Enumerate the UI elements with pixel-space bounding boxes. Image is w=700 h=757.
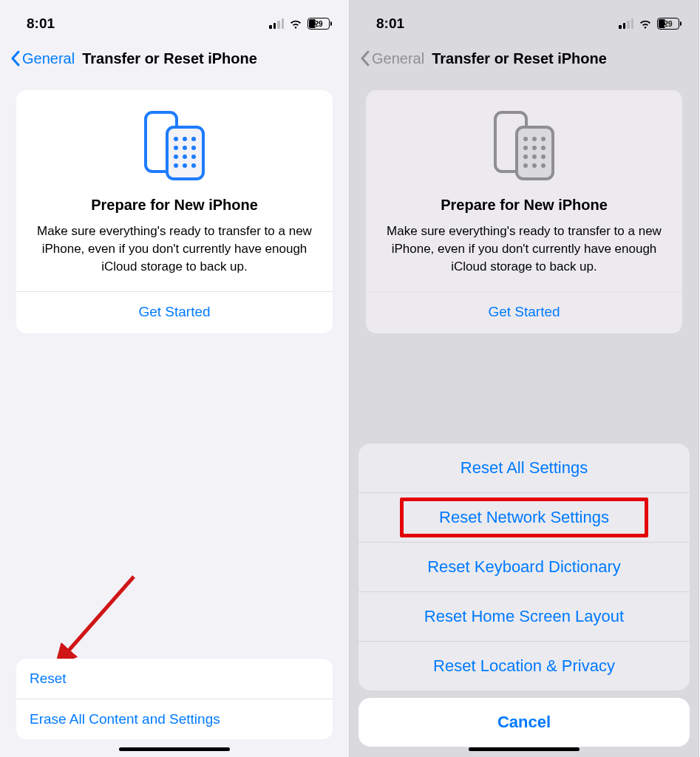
page-title: Transfer or Reset iPhone — [82, 50, 257, 67]
svg-point-24 — [532, 155, 537, 159]
back-label: General — [372, 50, 424, 67]
svg-point-13 — [191, 163, 196, 168]
cancel-button[interactable]: Cancel — [359, 698, 690, 747]
devices-icon — [33, 109, 316, 182]
svg-point-2 — [174, 137, 178, 141]
wifi-icon — [288, 18, 303, 30]
status-bar: 8:01 29 — [350, 0, 699, 40]
card-desc: Make sure everything's ready to transfer… — [382, 223, 666, 291]
svg-point-28 — [541, 163, 546, 168]
prepare-card: Prepare for New iPhone Make sure everyth… — [16, 90, 333, 333]
bottom-options: Reset Erase All Content and Settings — [16, 659, 333, 739]
back-button: General — [360, 50, 424, 67]
status-bar: 8:01 29 — [0, 0, 349, 40]
reset-action-sheet: Reset All Settings Reset Network Setting… — [359, 444, 690, 747]
svg-point-4 — [191, 137, 196, 141]
nav-bar: General Transfer or Reset iPhone — [0, 40, 349, 77]
svg-point-12 — [183, 163, 187, 168]
reset-button[interactable]: Reset — [16, 659, 333, 699]
devices-icon — [382, 109, 666, 182]
svg-point-18 — [532, 137, 537, 141]
svg-point-19 — [541, 137, 546, 141]
cellular-signal-icon — [269, 18, 284, 29]
reset-network-settings-option[interactable]: Reset Network Settings — [359, 492, 690, 542]
reset-keyboard-dictionary-option[interactable]: Reset Keyboard Dictionary — [359, 542, 690, 591]
status-right: 29 — [619, 18, 679, 30]
svg-point-17 — [523, 137, 528, 141]
svg-point-26 — [523, 163, 528, 168]
status-time: 8:01 — [376, 16, 404, 32]
svg-point-11 — [174, 163, 178, 168]
cellular-signal-icon — [619, 18, 633, 29]
svg-rect-16 — [517, 127, 553, 179]
wifi-icon — [638, 18, 653, 30]
battery-icon: 29 — [657, 18, 679, 30]
page-title: Transfer or Reset iPhone — [432, 50, 607, 67]
home-indicator[interactable] — [119, 747, 230, 751]
svg-point-23 — [523, 155, 528, 159]
svg-point-25 — [541, 155, 546, 159]
battery-icon: 29 — [307, 18, 330, 30]
status-right: 29 — [269, 18, 330, 30]
screenshot-left: 8:01 29 General Transfer or Reset iPhone — [0, 0, 350, 757]
chevron-left-icon — [360, 50, 370, 67]
card-desc: Make sure everything's ready to transfer… — [33, 223, 316, 291]
svg-point-9 — [183, 155, 187, 159]
svg-point-20 — [523, 146, 528, 150]
back-button[interactable]: General — [10, 50, 75, 67]
chevron-left-icon — [10, 50, 21, 67]
svg-point-10 — [191, 155, 196, 159]
erase-all-button[interactable]: Erase All Content and Settings — [16, 699, 333, 739]
back-label: General — [22, 50, 75, 67]
get-started-button[interactable]: Get Started — [33, 292, 316, 333]
svg-point-6 — [183, 146, 187, 150]
svg-point-8 — [174, 155, 178, 159]
get-started-button: Get Started — [382, 292, 666, 333]
action-sheet-options: Reset All Settings Reset Network Setting… — [359, 444, 690, 690]
reset-all-settings-option[interactable]: Reset All Settings — [359, 444, 690, 492]
svg-point-22 — [541, 146, 546, 150]
card-title: Prepare for New iPhone — [382, 197, 666, 214]
svg-rect-1 — [167, 127, 203, 179]
status-time: 8:01 — [27, 16, 55, 32]
prepare-card: Prepare for New iPhone Make sure everyth… — [366, 90, 682, 333]
home-indicator[interactable] — [469, 747, 580, 751]
svg-point-5 — [174, 146, 178, 150]
card-title: Prepare for New iPhone — [33, 197, 316, 214]
nav-bar: General Transfer or Reset iPhone — [350, 40, 699, 77]
screenshot-right: 8:01 29 General Transfer or Reset iPhone — [350, 0, 699, 757]
svg-line-14 — [62, 577, 134, 658]
reset-home-screen-layout-option[interactable]: Reset Home Screen Layout — [359, 591, 690, 641]
svg-point-27 — [532, 163, 537, 168]
svg-point-7 — [191, 146, 196, 150]
svg-point-3 — [183, 137, 187, 141]
option-label: Reset Network Settings — [439, 508, 609, 526]
svg-point-21 — [532, 146, 537, 150]
reset-location-privacy-option[interactable]: Reset Location & Privacy — [359, 641, 690, 690]
